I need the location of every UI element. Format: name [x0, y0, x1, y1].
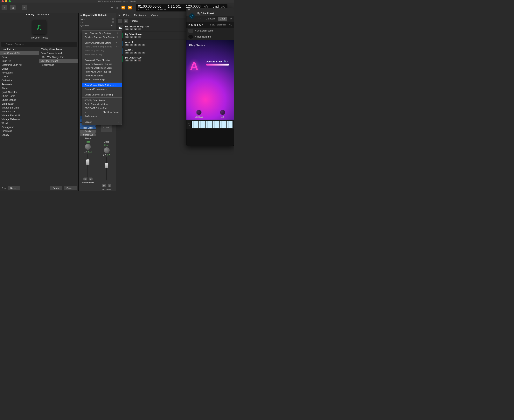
help-button[interactable]: ?	[1, 5, 7, 10]
blend-knob[interactable]	[196, 110, 201, 115]
context-menu-item[interactable]: Performance	[82, 114, 122, 118]
volume-fader-out[interactable]	[103, 157, 111, 180]
library-preset-item[interactable]: Performance›	[39, 63, 78, 67]
library-category-item[interactable]: Arpeggiator›	[0, 125, 39, 129]
library-category-item[interactable]: Electronic Drum Kit›	[0, 63, 39, 67]
functions-menu[interactable]: Functions	[133, 13, 148, 17]
library-preset-item[interactable]: Basic Theremin Mell…	[39, 51, 78, 55]
context-menu-item[interactable]: Save Channel Strip Setting as…	[82, 83, 122, 87]
track-m-button[interactable]: M	[125, 36, 129, 38]
track-menu-icon[interactable]: ⊡	[118, 14, 120, 17]
bars-display[interactable]: 1 1 1 001	[168, 5, 185, 8]
zoom-window-icon[interactable]	[8, 0, 11, 2]
context-menu-item[interactable]: Save as Performance…	[82, 87, 122, 91]
volume-fader[interactable]	[84, 154, 92, 177]
plugin-instrument-row[interactable]: ▾Analog Dreams	[186, 28, 234, 34]
automation-mode[interactable]: Read	[80, 140, 96, 143]
duplicate-track-button[interactable]: ⧉	[124, 19, 128, 23]
search-input[interactable]	[1, 42, 77, 47]
mute-button-out[interactable]: M	[102, 184, 106, 187]
library-preset-list[interactable]: 000-My Other PresetBasic Theremin Mell…E…	[39, 47, 79, 185]
track-✱-button[interactable]: ✱	[134, 36, 137, 38]
library-category-item[interactable]: Studio Horns›	[0, 94, 39, 98]
plugin-prev-button[interactable]: ‹	[198, 17, 199, 20]
pan-knob[interactable]	[85, 144, 91, 150]
sound-name[interactable]: Obscure Brass 🔍 ‹ ›	[206, 60, 230, 63]
track-r-button[interactable]: R	[138, 60, 142, 61]
rewind-button[interactable]: ⏪	[121, 6, 125, 9]
context-menu-item[interactable]: 000-My Other Preset	[82, 98, 122, 102]
group-slot-out[interactable]: Group	[99, 140, 114, 143]
context-menu-item[interactable]: ES2 PWM Strings Pad	[82, 106, 122, 110]
plugin-window[interactable]: My Other Preset ⏻ ‹ › Compare Copy P KON…	[186, 8, 234, 146]
attack-knob[interactable]	[220, 110, 225, 115]
quantize-value[interactable]: Off	[112, 24, 114, 27]
library-preset-item[interactable]: My Other Preset	[39, 59, 78, 63]
all-sounds-tab[interactable]: All Sounds ⌄	[37, 13, 52, 16]
plugin-view-menu[interactable]: VIE	[228, 23, 232, 26]
delete-button[interactable]: Delete	[50, 186, 62, 190]
automation-mode-out[interactable]: Read	[99, 144, 114, 147]
library-category-item[interactable]: Vintage Mellotron›	[0, 117, 39, 121]
library-category-item[interactable]: Studio Strings›	[0, 98, 39, 102]
plugin-instrument-row[interactable]: ▾Bad Neighbor	[186, 34, 234, 40]
library-category-item[interactable]: Guitar›	[0, 67, 39, 71]
track-r-button[interactable]: R	[138, 52, 142, 54]
library-preset-item[interactable]: 000-My Other Preset	[39, 47, 78, 51]
edit-menu[interactable]: Edit	[122, 13, 131, 17]
minimize-window-icon[interactable]	[5, 0, 7, 2]
track-r-button[interactable]: R	[138, 36, 142, 38]
library-category-item[interactable]: Bass›	[0, 55, 39, 59]
context-menu-item[interactable]: Reset Channel Strip	[82, 78, 122, 82]
track-✱-button[interactable]: ✱	[134, 28, 137, 30]
context-menu-item[interactable]: Remove Empty Insert Slots	[82, 66, 122, 70]
library-category-item[interactable]: Vintage Clav›	[0, 110, 39, 113]
context-menu-item[interactable]: Legacy	[82, 120, 122, 124]
context-menu-item[interactable]: Delete Channel Strip Setting	[82, 93, 122, 97]
library-category-item[interactable]: Synthesizer›	[0, 102, 39, 106]
timecode-display[interactable]: 01:00:00:00.00	[138, 4, 167, 8]
disclosure-triangle-icon[interactable]: ⌄	[80, 14, 82, 16]
library-options-icon[interactable]: ⊖ ⌄	[1, 187, 6, 190]
context-menu-item[interactable]: Remove All Sends	[82, 74, 122, 78]
track-s-button[interactable]: S	[130, 52, 133, 54]
context-menu-item[interactable]: Previous Channel Strip Setting⇧ [	[82, 35, 122, 39]
solo-button-out[interactable]: S	[108, 184, 112, 187]
plugin-power-button[interactable]: ⏻	[189, 13, 195, 19]
context-menu-item[interactable]: Bypass All Effect Plug-ins	[82, 58, 122, 62]
library-preset-item[interactable]: ES2 PWM Strings Pad	[39, 55, 78, 59]
context-menu-item[interactable]: Copy Channel Strip Setting⌥⌘ C	[82, 41, 122, 45]
library-category-item[interactable]: Piano›	[0, 86, 39, 90]
track-s-button[interactable]: S	[130, 28, 133, 30]
library-category-item[interactable]: Cinematic›	[0, 129, 39, 133]
track-s-button[interactable]: S	[130, 36, 133, 38]
library-category-item[interactable]: Drum Kit›	[0, 59, 39, 63]
compare-button[interactable]: Compare	[206, 17, 216, 20]
mute-checkbox[interactable]	[112, 18, 114, 20]
library-category-item[interactable]: Quick Sampler›	[0, 90, 39, 94]
track-✱-button[interactable]: ✱	[134, 52, 137, 54]
library-category-item[interactable]: Percussion›	[0, 82, 39, 86]
context-menu-item[interactable]: Remove All Effect Plug-ins	[82, 70, 122, 74]
close-window-icon[interactable]	[1, 0, 4, 2]
plugin-close-icon[interactable]	[188, 8, 190, 10]
channel-strip-context-menu[interactable]: Next Channel Strip Setting⇧ ]Previous Ch…	[82, 30, 122, 125]
track-r-button[interactable]: R	[138, 44, 142, 46]
library-category-item[interactable]: Vintage B3 Organ›	[0, 106, 39, 110]
context-menu-item[interactable]: Basic Theremin Mellow	[82, 102, 122, 106]
track-m-button[interactable]: M	[125, 44, 129, 46]
plugin-next-button[interactable]: ›	[201, 17, 201, 20]
track-✱-button[interactable]: ✱	[134, 60, 137, 61]
context-menu-item[interactable]: Next Channel Strip Setting⇧ ]	[82, 31, 122, 35]
plugin-file-menu[interactable]: FILE	[210, 23, 215, 26]
library-category-item[interactable]: Vintage Electric P…›	[0, 113, 39, 117]
group-slot[interactable]: Group	[80, 137, 96, 140]
loop-checkbox[interactable]	[112, 21, 114, 23]
track-i-button[interactable]: I	[142, 44, 145, 46]
play-button[interactable]: ▷	[116, 6, 119, 9]
sends-slot[interactable]: Sends	[80, 130, 96, 133]
library-category-item[interactable]: User Channel Stri…›	[0, 51, 39, 55]
library-category-item[interactable]: Mallet›	[0, 75, 39, 79]
output-slot[interactable]: Stereo Out	[80, 133, 96, 136]
track-m-button[interactable]: M	[125, 28, 129, 30]
